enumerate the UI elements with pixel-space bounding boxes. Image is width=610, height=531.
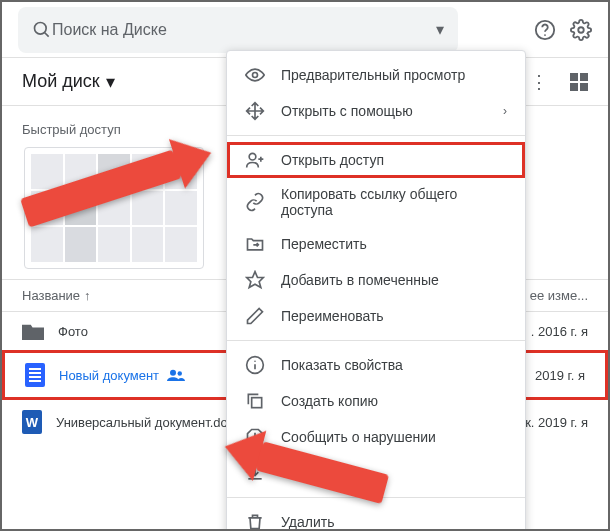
pencil-icon <box>245 306 265 326</box>
ctx-star[interactable]: Добавить в помеченные <box>227 262 525 298</box>
search-input[interactable] <box>52 21 430 39</box>
file-date: . 2016 г. я <box>531 324 588 339</box>
file-name: Универсальный документ.docx <box>56 415 241 430</box>
settings-icon[interactable] <box>570 19 592 41</box>
eye-icon <box>245 65 265 85</box>
column-header-name[interactable]: Название ↑ <box>22 288 91 303</box>
svg-point-0 <box>35 22 47 34</box>
person-add-icon <box>245 150 265 170</box>
chevron-right-icon: › <box>503 104 507 118</box>
grid-view-icon[interactable] <box>570 73 588 91</box>
copy-icon <box>245 391 265 411</box>
svg-point-3 <box>544 34 546 36</box>
google-doc-icon <box>25 363 45 387</box>
ctx-move[interactable]: Переместить <box>227 226 525 262</box>
move-arrows-icon <box>245 101 265 121</box>
folder-icon <box>22 322 44 340</box>
folder-move-icon <box>245 234 265 254</box>
svg-point-7 <box>253 73 258 78</box>
file-name: Фото <box>58 324 88 339</box>
search-box[interactable]: ▾ <box>18 7 458 53</box>
more-actions-icon[interactable]: ⋮ <box>530 71 548 93</box>
word-doc-icon: W <box>22 410 42 434</box>
ctx-copy[interactable]: Создать копию <box>227 383 525 419</box>
file-name: Новый документ <box>59 368 159 383</box>
star-icon <box>245 270 265 290</box>
ctx-rename[interactable]: Переименовать <box>227 298 525 334</box>
shared-icon <box>167 368 185 382</box>
ctx-preview[interactable]: Предварительный просмотр <box>227 57 525 93</box>
file-date: 2019 г. я <box>535 368 585 383</box>
ctx-share[interactable]: Открыть доступ <box>227 142 525 178</box>
ctx-details[interactable]: Показать свойства <box>227 347 525 383</box>
info-icon <box>245 355 265 375</box>
svg-point-5 <box>170 370 176 376</box>
svg-line-1 <box>45 32 49 36</box>
svg-point-12 <box>254 360 256 362</box>
trash-icon <box>245 512 265 531</box>
ctx-open-with[interactable]: Открыть с помощью › <box>227 93 525 129</box>
chevron-down-icon: ▾ <box>106 71 115 93</box>
svg-point-8 <box>249 153 256 160</box>
column-header-modified[interactable]: ее изме... <box>530 288 588 303</box>
search-icon <box>32 20 52 40</box>
svg-rect-13 <box>252 398 262 408</box>
sort-arrow-icon: ↑ <box>84 288 91 303</box>
link-icon <box>245 192 265 212</box>
ctx-copy-link[interactable]: Копировать ссылку общего доступа <box>227 178 525 226</box>
svg-marker-9 <box>247 272 264 288</box>
breadcrumb-title: Мой диск <box>22 71 100 92</box>
breadcrumb[interactable]: Мой диск ▾ <box>22 71 115 93</box>
help-icon[interactable] <box>534 19 556 41</box>
svg-point-4 <box>578 27 584 33</box>
search-options-caret[interactable]: ▾ <box>436 20 444 39</box>
svg-point-6 <box>178 371 183 376</box>
